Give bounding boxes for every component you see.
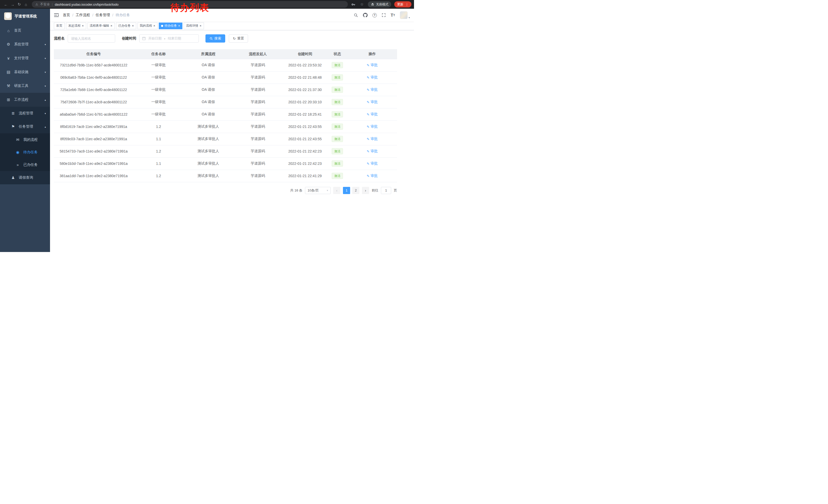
approve-link[interactable]: ✎ 审批 bbox=[367, 87, 378, 92]
goto-page-input[interactable] bbox=[381, 187, 391, 194]
end-date-placeholder[interactable]: 结束日期 bbox=[168, 36, 181, 41]
browser-back-button[interactable]: ← bbox=[3, 1, 9, 8]
table-row: 8f0d1619-7ac8-11ec-a9e2-a2380e71991a 1.2… bbox=[54, 121, 397, 133]
cell-task-name: 1.2 bbox=[133, 145, 184, 157]
sidebar-collapse-button[interactable] bbox=[54, 13, 59, 17]
approve-link[interactable]: ✎ 审批 bbox=[367, 161, 378, 166]
cell-process: OA 请假 bbox=[184, 108, 233, 121]
reset-button[interactable]: ↻ 重置 bbox=[229, 34, 248, 43]
browser-forward-button[interactable]: → bbox=[9, 1, 16, 8]
sidebar-item-home[interactable]: ⌂ 首页 bbox=[0, 24, 50, 37]
tab[interactable]: 已办任务× bbox=[116, 22, 136, 29]
task-flag-icon: ⚑ bbox=[10, 124, 16, 129]
browser-reload-button[interactable]: ↻ bbox=[16, 1, 23, 8]
search-icon bbox=[210, 37, 213, 40]
approve-link[interactable]: ✎ 审批 bbox=[367, 174, 378, 178]
url-text[interactable]: dashboard.yudao.iocoder.cn/bpm/task/todo bbox=[55, 3, 119, 6]
breadcrumb-task-management[interactable]: 任务管理 bbox=[96, 13, 110, 17]
status-badge: 激活 bbox=[332, 148, 343, 154]
avatar[interactable] bbox=[400, 11, 408, 19]
process-name-input[interactable] bbox=[68, 34, 115, 43]
prev-page-button[interactable]: ‹ bbox=[333, 187, 340, 194]
search-icon[interactable] bbox=[354, 13, 358, 17]
close-icon[interactable]: × bbox=[111, 24, 113, 28]
close-icon[interactable]: × bbox=[82, 24, 84, 28]
sidebar-item-workflow[interactable]: ⊞ 工作流程 ▴ bbox=[0, 93, 50, 107]
active-tab-dot bbox=[161, 25, 163, 27]
cell-action: ✎ 审批 bbox=[347, 59, 397, 71]
cell-initiator: 芋道源码 bbox=[233, 108, 283, 121]
browser-menu-dots-icon[interactable]: ⋮ bbox=[405, 3, 409, 6]
approve-link[interactable]: ✎ 审批 bbox=[367, 137, 378, 141]
github-icon[interactable] bbox=[363, 13, 368, 17]
edit-icon: ✎ bbox=[367, 162, 370, 166]
sidebar-item-task-management[interactable]: ⚑ 任务管理 ▴ bbox=[0, 120, 50, 133]
breadcrumb-home[interactable]: 首页 bbox=[63, 13, 70, 17]
cell-status: 激活 bbox=[327, 96, 347, 108]
help-icon[interactable]: ? bbox=[372, 13, 377, 17]
next-page-button[interactable]: › bbox=[362, 187, 369, 194]
user-avatar-menu[interactable]: ▾ bbox=[400, 11, 410, 19]
incognito-icon bbox=[371, 3, 374, 6]
cell-status: 激活 bbox=[327, 71, 347, 84]
approve-link[interactable]: ✎ 审批 bbox=[367, 112, 378, 117]
approve-link[interactable]: ✎ 审批 bbox=[367, 75, 378, 80]
page-size-select[interactable]: 10条/页 ▾ bbox=[305, 187, 331, 194]
cell-initiator: 芋道源码 bbox=[233, 84, 283, 96]
reset-button-label: 重置 bbox=[237, 36, 244, 41]
bookmark-star-icon[interactable]: ☆ bbox=[359, 1, 365, 8]
sidebar-item-payment[interactable]: ¥ 支付管理 ▾ bbox=[0, 51, 50, 65]
table-row: 069c6a63-7b8a-11ec-8ef0-acde48001122 一级审… bbox=[54, 71, 397, 84]
approve-link[interactable]: ✎ 审批 bbox=[367, 100, 378, 104]
tab[interactable]: 待办任务× bbox=[159, 22, 182, 29]
header-actions: 操作 bbox=[347, 49, 397, 59]
sidebar-item-leave-query[interactable]: ♟ 请假查询 bbox=[0, 171, 50, 184]
approve-link[interactable]: ✎ 审批 bbox=[367, 63, 378, 67]
cell-create-time: 2022-01-21 22:41:29 bbox=[283, 170, 327, 182]
address-bar[interactable]: ⚠ 不安全 | dashboard.yudao.iocoder.cn/bpm/t… bbox=[32, 1, 348, 8]
browser-home-button[interactable]: ⌂ bbox=[23, 1, 29, 8]
sidebar-item-system[interactable]: ⚙ 系统管理 ▾ bbox=[0, 37, 50, 51]
approve-link[interactable]: ✎ 审批 bbox=[367, 149, 378, 153]
table-row: 73211d9d-7b9b-11ec-b5b7-acde48001122 一级审… bbox=[54, 59, 397, 71]
search-button[interactable]: 搜索 bbox=[205, 34, 225, 43]
close-icon[interactable]: × bbox=[132, 24, 134, 28]
close-icon[interactable]: × bbox=[200, 24, 202, 28]
cell-task-name: 一级审批 bbox=[133, 108, 184, 121]
cell-process: 测试多审批人 bbox=[184, 170, 233, 182]
sidebar-item-infrastructure[interactable]: ▤ 基础设施 ▾ bbox=[0, 65, 50, 79]
tab[interactable]: 流程表单-编辑× bbox=[87, 22, 115, 29]
security-label[interactable]: 不安全 bbox=[40, 2, 50, 7]
sidebar-item-todo-tasks[interactable]: ◉ 待办任务 bbox=[0, 146, 50, 158]
goto-unit-label: 页 bbox=[394, 188, 397, 193]
approve-label: 审批 bbox=[370, 75, 378, 80]
browser-update-button[interactable]: 更新 ⋮ bbox=[394, 1, 411, 7]
sidebar-item-my-processes[interactable]: ✉ 我的流程 bbox=[0, 133, 50, 146]
tab[interactable]: 首页 bbox=[54, 22, 65, 29]
eye-icon: ◉ bbox=[15, 150, 20, 154]
close-icon[interactable]: × bbox=[153, 24, 156, 28]
font-size-icon[interactable]: TT bbox=[391, 13, 395, 17]
breadcrumb-separator: / bbox=[112, 13, 113, 17]
sidebar-item-done-tasks[interactable]: » 已办任务 bbox=[0, 158, 50, 171]
approve-label: 审批 bbox=[370, 63, 378, 67]
tab-label: 已办任务 bbox=[118, 24, 131, 28]
date-range-picker[interactable]: 开始日期 - 结束日期 bbox=[139, 34, 199, 43]
approve-link[interactable]: ✎ 审批 bbox=[367, 124, 378, 129]
cell-task-name: 1.1 bbox=[133, 157, 184, 170]
tab[interactable]: 发起流程× bbox=[66, 22, 86, 29]
fullscreen-icon[interactable] bbox=[382, 13, 386, 17]
tab-label: 首页 bbox=[56, 24, 62, 28]
start-date-placeholder[interactable]: 开始日期 bbox=[148, 36, 162, 41]
close-icon[interactable]: × bbox=[178, 24, 180, 28]
page-button[interactable]: 1 bbox=[343, 187, 350, 194]
page-button[interactable]: 2 bbox=[352, 187, 359, 194]
app-logo[interactable]: 芋道管理系统 bbox=[0, 9, 50, 24]
sidebar-item-dev-tools[interactable]: ⚒ 研发工具 ▾ bbox=[0, 79, 50, 93]
breadcrumb-workflow[interactable]: 工作流程 bbox=[76, 13, 90, 17]
approve-label: 审批 bbox=[370, 100, 378, 104]
tab[interactable]: 我的流程× bbox=[137, 22, 158, 29]
tab[interactable]: 流程详情× bbox=[184, 22, 204, 29]
password-key-icon[interactable] bbox=[350, 1, 356, 8]
sidebar-item-process-management[interactable]: ≣ 流程管理 ▾ bbox=[0, 107, 50, 120]
